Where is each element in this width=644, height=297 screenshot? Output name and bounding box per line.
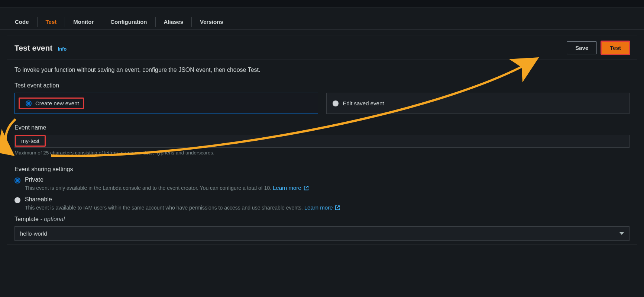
radio-indicator-icon [14, 178, 20, 183]
test-event-action-group: Create new event Edit saved event [14, 93, 630, 114]
info-link[interactable]: Info [58, 46, 67, 52]
panel-title: Test event [14, 44, 52, 52]
function-tabs: Code Test Monitor Configuration Aliases … [0, 14, 644, 30]
event-name-label: Event name [14, 124, 630, 131]
radio-indicator-icon [333, 100, 339, 106]
test-event-panel: Test event Info Save Test To invoke your… [7, 35, 637, 245]
radio-create-label: Create new event [35, 100, 79, 106]
template-selected-value: hello-world [20, 230, 47, 237]
learn-more-shareable-link[interactable]: Learn more [304, 204, 340, 211]
radio-edit-saved-event[interactable]: Edit saved event [326, 93, 630, 114]
radio-edit-label: Edit saved event [343, 100, 384, 106]
tab-configuration[interactable]: Configuration [102, 14, 155, 29]
radio-create-new-event[interactable]: Create new event [14, 93, 318, 114]
external-link-icon [304, 185, 309, 191]
invoke-description: To invoke your function without saving a… [14, 67, 630, 73]
tab-versions[interactable]: Versions [192, 14, 232, 29]
tab-monitor[interactable]: Monitor [65, 14, 102, 29]
tab-aliases[interactable]: Aliases [156, 14, 192, 29]
panel-header: Test event Info Save Test [7, 35, 637, 60]
event-name-input-wrap: my-test [14, 135, 630, 148]
radio-indicator-icon [14, 197, 20, 203]
test-event-action-label: Test event action [14, 82, 630, 89]
event-sharing-label: Event sharing settings [14, 166, 630, 173]
test-button[interactable]: Test [601, 41, 630, 54]
template-select[interactable]: hello-world [14, 226, 630, 241]
radio-indicator-icon [26, 100, 32, 106]
tab-test[interactable]: Test [38, 14, 65, 29]
private-title: Private [25, 176, 309, 183]
save-button[interactable]: Save [567, 41, 597, 54]
learn-more-private-link[interactable]: Learn more [273, 185, 309, 191]
chevron-down-icon [619, 232, 624, 235]
event-name-input[interactable]: my-test [21, 138, 39, 144]
radio-private[interactable]: Private This event is only available in … [14, 176, 630, 191]
external-link-icon [335, 205, 340, 210]
tab-code[interactable]: Code [7, 14, 37, 29]
radio-shareable[interactable]: Shareable This event is available to IAM… [14, 196, 630, 211]
event-name-input-highlight: my-test [15, 135, 46, 147]
template-label: Template - optional [14, 216, 630, 223]
private-desc: This event is only available in the Lamb… [25, 185, 309, 191]
top-app-bar [0, 0, 644, 7]
event-name-hint: Maximum of 25 characters consisting of l… [14, 150, 630, 156]
shareable-desc: This event is available to IAM users wit… [25, 204, 340, 211]
shareable-title: Shareable [25, 196, 340, 203]
